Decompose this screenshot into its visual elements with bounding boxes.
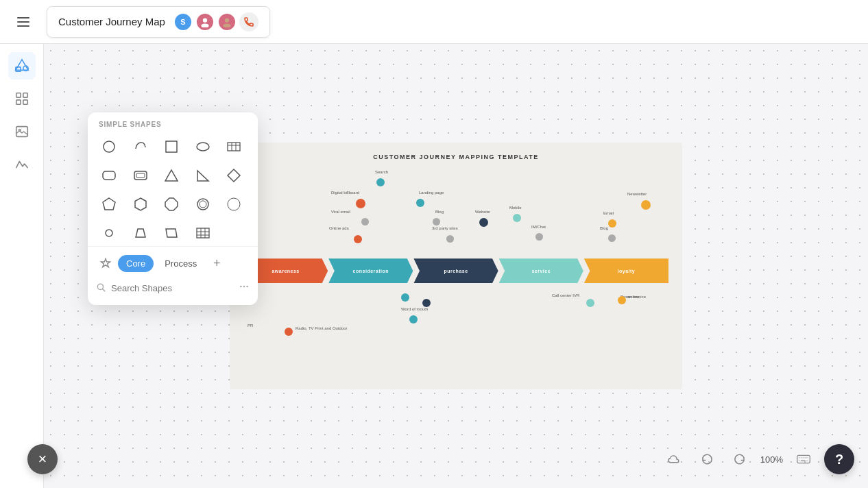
collaborators: S <box>173 12 258 32</box>
label-pr: PR <box>248 324 253 328</box>
svg-point-4 <box>201 23 208 27</box>
svg-marker-30 <box>165 198 178 210</box>
shape-octagon[interactable] <box>158 191 184 217</box>
shape-rounded-rect[interactable] <box>96 162 122 188</box>
canvas-area[interactable]: CUSTOMER JOURNEY MAPPING TEMPLATE awaren… <box>44 44 868 488</box>
shapes-grid <box>88 134 258 246</box>
svg-rect-18 <box>228 143 240 151</box>
label-blog2: Blog <box>600 226 608 230</box>
stage-consideration: consideration <box>328 258 413 283</box>
label-word-of-mouth: Word of mouth <box>401 307 428 311</box>
shape-grid-rect[interactable] <box>221 134 247 160</box>
avatar-s: S <box>173 12 193 32</box>
label-search: Search <box>375 170 388 174</box>
diagram-card: CUSTOMER JOURNEY MAPPING TEMPLATE awaren… <box>230 143 682 389</box>
search-icon <box>96 282 106 294</box>
shape-ellipse[interactable] <box>190 134 216 160</box>
shape-circle[interactable] <box>96 134 122 160</box>
close-fab[interactable]: × <box>27 444 58 474</box>
title-pill: Customer Journey Map S <box>47 6 270 38</box>
shape-small-circle[interactable] <box>96 220 122 246</box>
svg-point-17 <box>197 143 209 151</box>
svg-rect-1 <box>17 21 29 23</box>
sidebar-draw-icon[interactable] <box>8 151 36 178</box>
phone-icon[interactable] <box>239 12 258 32</box>
menu-button[interactable] <box>11 10 36 34</box>
label-imchat: IM/Chat <box>531 225 546 229</box>
svg-point-5 <box>225 18 229 22</box>
left-sidebar <box>0 44 44 488</box>
svg-rect-9 <box>16 93 20 97</box>
shape-diamond[interactable] <box>221 162 247 188</box>
label-blog: Blog <box>435 210 444 214</box>
shape-trapezoid[interactable] <box>128 220 154 246</box>
undo-button[interactable] <box>695 447 719 472</box>
shape-pentagon[interactable] <box>96 191 122 217</box>
panel-search <box>88 277 258 300</box>
tab-process[interactable]: Process <box>156 255 205 272</box>
dot-mobile <box>513 214 521 222</box>
svg-point-31 <box>197 199 208 210</box>
dot-3rdparty <box>446 235 454 243</box>
dot-online-ads <box>354 235 362 243</box>
svg-point-44 <box>240 286 242 288</box>
svg-rect-16 <box>166 141 177 152</box>
star-tab-icon[interactable] <box>96 254 115 273</box>
dot-imchat <box>535 233 543 241</box>
shape-right-triangle[interactable] <box>190 162 216 188</box>
search-input[interactable] <box>111 283 233 293</box>
bottom-bar: 100% ? <box>662 444 854 474</box>
label-email: Email <box>603 211 614 215</box>
add-tab-button[interactable]: + <box>208 254 226 272</box>
shape-triangle[interactable] <box>158 162 184 188</box>
panel-tabs: Core Process + <box>88 246 258 277</box>
keyboard-shortcuts-button[interactable] <box>791 447 816 472</box>
shape-parallelogram[interactable] <box>158 220 184 246</box>
svg-point-15 <box>104 141 114 152</box>
header: Customer Journey Map S <box>0 0 868 44</box>
search-more-icon[interactable] <box>239 281 250 295</box>
shape-arc[interactable] <box>128 134 154 160</box>
help-button[interactable]: ? <box>824 444 854 474</box>
label-digital-billboard: Digital billboard <box>331 191 359 195</box>
shape-thin-circle[interactable] <box>221 191 247 217</box>
cloud-sync-button[interactable] <box>662 447 686 472</box>
svg-point-45 <box>243 286 245 288</box>
sidebar-image-icon[interactable] <box>8 118 36 145</box>
svg-marker-26 <box>197 171 208 181</box>
dot-landing <box>416 199 424 207</box>
tab-core[interactable]: Core <box>118 255 154 272</box>
svg-point-3 <box>203 18 207 22</box>
dot-word-of-mouth-3 <box>409 315 418 324</box>
svg-marker-35 <box>136 229 145 237</box>
redo-button[interactable] <box>727 447 752 472</box>
label-online-ads: Online ads <box>329 226 349 230</box>
svg-line-43 <box>103 289 105 291</box>
shape-square[interactable] <box>158 134 184 160</box>
dot-callcenter <box>586 299 594 307</box>
label-website: Website <box>475 210 490 214</box>
svg-marker-25 <box>165 170 178 181</box>
zoom-level: 100% <box>760 454 783 465</box>
dot-blog2 <box>608 234 616 242</box>
svg-point-6 <box>223 23 230 27</box>
svg-rect-24 <box>136 173 145 178</box>
svg-point-32 <box>200 201 206 208</box>
sidebar-grid-icon[interactable] <box>8 85 36 112</box>
dot-email <box>608 219 616 228</box>
stage-purchase: purchase <box>413 258 498 283</box>
svg-marker-29 <box>135 198 146 210</box>
dot-word-of-mouth-1 <box>401 293 409 302</box>
shape-hexagon[interactable] <box>128 191 154 217</box>
label-mobile: Mobile <box>509 206 522 210</box>
label-landing: Landing page <box>419 191 444 195</box>
svg-point-34 <box>106 230 112 236</box>
svg-rect-22 <box>103 171 115 180</box>
svg-marker-27 <box>228 169 240 182</box>
shape-outline-rect[interactable] <box>128 162 154 188</box>
shape-circle-outline[interactable] <box>190 191 216 217</box>
sidebar-shapes-icon[interactable] <box>8 52 36 80</box>
svg-point-33 <box>228 198 240 210</box>
dot-blog <box>433 218 440 225</box>
shape-table[interactable] <box>190 220 216 246</box>
